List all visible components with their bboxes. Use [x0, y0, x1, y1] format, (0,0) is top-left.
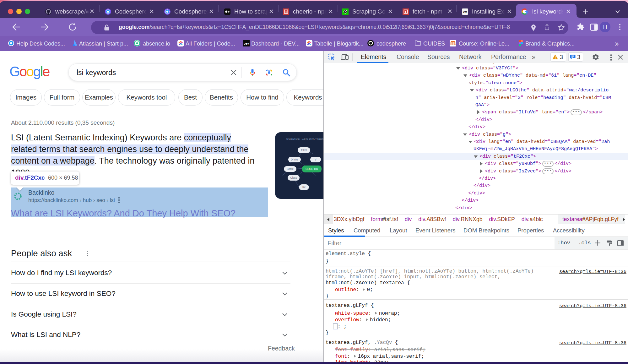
svg-text:DEV: DEV: [244, 42, 249, 45]
svg-text:ex: ex: [463, 10, 467, 14]
